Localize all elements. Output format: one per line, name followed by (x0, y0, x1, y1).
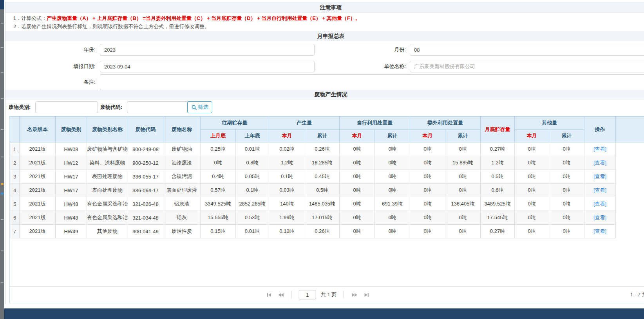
cell: 0吨 (549, 211, 584, 225)
cell: 900-250-12 (128, 156, 163, 170)
filter-button[interactable]: 筛选 (187, 101, 212, 113)
waste-category-filter-label: 废物类别: (9, 101, 31, 113)
last-page-icon[interactable] (363, 291, 370, 298)
cell: 321-026-48 (128, 197, 163, 211)
cell: 0吨 (201, 156, 236, 170)
cell: 0吨 (340, 156, 375, 170)
cell: 3349.525吨 (201, 197, 236, 211)
cell: HW12 (56, 156, 87, 170)
header-outsourced-month: 本月 (410, 130, 445, 142)
cell: 17.545吨 (481, 211, 515, 225)
view-link[interactable]: [查看] (593, 201, 606, 207)
cell: 0.03吨 (269, 184, 305, 197)
cell: 0吨 (375, 211, 410, 225)
cell: 铝灰渣 (163, 197, 201, 211)
filler-cell (616, 197, 644, 211)
row-index: 6 (10, 211, 20, 225)
cell: 0吨 (340, 211, 375, 225)
remark-input[interactable] (100, 74, 644, 90)
cell: 321-034-48 (128, 211, 163, 225)
notice-line1-prefix: 1．计算公式： (13, 15, 47, 21)
header-self-disposal: 自行利用处置量 (340, 117, 410, 130)
cell: 油漆废渣 (163, 156, 201, 170)
cell: 0.4吨 (201, 170, 236, 184)
view-link[interactable]: [查看] (593, 173, 606, 179)
cell: HW48 (56, 211, 87, 225)
cell: 0.8吨 (236, 156, 269, 170)
filler-cell (616, 142, 644, 156)
search-icon (192, 105, 197, 110)
cell: 0吨 (410, 142, 445, 156)
view-link[interactable]: [查看] (593, 146, 606, 152)
cell: 0吨 (549, 142, 584, 156)
cell: 0吨 (410, 197, 445, 211)
header-generated: 产生量 (269, 117, 340, 130)
header-action: 操作 (584, 117, 616, 142)
cell: 0吨 (515, 184, 549, 197)
section-title-waste: 废物产生情况 (5, 90, 644, 99)
cell: 1.99吨 (269, 211, 305, 225)
cell: 0.6吨 (481, 184, 515, 197)
header-index (10, 117, 20, 142)
sidebar-mark (1, 251, 4, 251)
view-link[interactable]: [查看] (593, 214, 606, 220)
first-page-icon[interactable] (266, 291, 273, 298)
waste-category-filter-input[interactable] (35, 101, 98, 113)
view-link[interactable]: [查看] (593, 160, 606, 166)
row-index: 3 (10, 170, 20, 184)
cell: 2021版 (20, 156, 56, 170)
cell: 1.2吨 (481, 156, 515, 170)
action-cell: [查看] (584, 225, 616, 238)
sidebar-mark (1, 183, 4, 185)
header-prev-month-end: 上月底 (201, 130, 236, 142)
notice-line-1: 1．计算公式：产生废物重量（A） + 上月底贮存量（B） =当月委外利用处置量（… (13, 14, 640, 22)
view-link[interactable]: [查看] (593, 187, 606, 193)
header-name: 废物名称 (163, 117, 201, 142)
table-row: 32021版HW17表面处理废物336-055-17含镍污泥0.4吨0.05吨0… (10, 170, 644, 184)
waste-table-body: 12021版HW08废矿物油与含矿物900-249-08废矿物油0.25吨0.0… (10, 142, 644, 238)
cell: 0吨 (549, 225, 584, 238)
cell: 0吨 (340, 225, 375, 238)
sidebar-mark (1, 219, 4, 220)
cell: 0吨 (549, 156, 584, 170)
remark-label: 备注: (0, 74, 95, 90)
cell: 0.1吨 (269, 170, 305, 184)
header-prev-year-end: 上年底 (236, 130, 269, 142)
month-input[interactable] (410, 44, 644, 56)
sidebar-top-block (0, 0, 4, 9)
cell: 0.53吨 (236, 211, 269, 225)
cell: 0吨 (340, 142, 375, 156)
cell: 0吨 (410, 156, 445, 170)
header-list-version: 名录版本 (20, 117, 56, 142)
cell: 3489.525吨 (481, 197, 515, 211)
year-label: 年份: (0, 44, 95, 56)
pager-separator (344, 291, 344, 299)
cell: 336-064-17 (128, 184, 163, 197)
notice-line1-formula: 产生废物重量（A） + 上月底贮存量（B） =当月委外利用处置量（C） + 当月… (47, 15, 360, 21)
cell: 0吨 (410, 184, 445, 197)
waste-code-filter-input[interactable] (127, 101, 190, 113)
next-page-icon[interactable] (351, 291, 358, 298)
view-link[interactable]: [查看] (593, 228, 606, 234)
sidebar-mark (1, 98, 4, 99)
unit-name-input[interactable] (410, 61, 644, 72)
sidebar-mark (1, 23, 4, 24)
year-input[interactable] (100, 44, 315, 56)
cell: 15.885吨 (445, 156, 481, 170)
action-cell: [查看] (584, 170, 616, 184)
header-generated-cumulative: 累计 (305, 130, 340, 142)
header-category: 废物类别 (56, 117, 87, 142)
cell: 0.1吨 (236, 184, 269, 197)
header-other: 其他量 (515, 117, 584, 130)
cell: 0吨 (515, 170, 549, 184)
bottom-bar (4, 308, 644, 319)
fill-date-input[interactable] (100, 61, 315, 72)
header-month-end-storage: 月底贮存量 (481, 117, 515, 142)
header-other-cumulative: 累计 (549, 130, 584, 142)
cell: HW49 (56, 225, 87, 238)
page-number-input[interactable] (299, 290, 316, 299)
cell: 铝灰 (163, 211, 201, 225)
previous-page-icon[interactable] (277, 291, 284, 298)
cell: 染料、涂料废物 (87, 156, 128, 170)
table-row: 42021版HW17表面处理废物336-064-17表面处理废液0.57吨0.1… (10, 184, 644, 197)
